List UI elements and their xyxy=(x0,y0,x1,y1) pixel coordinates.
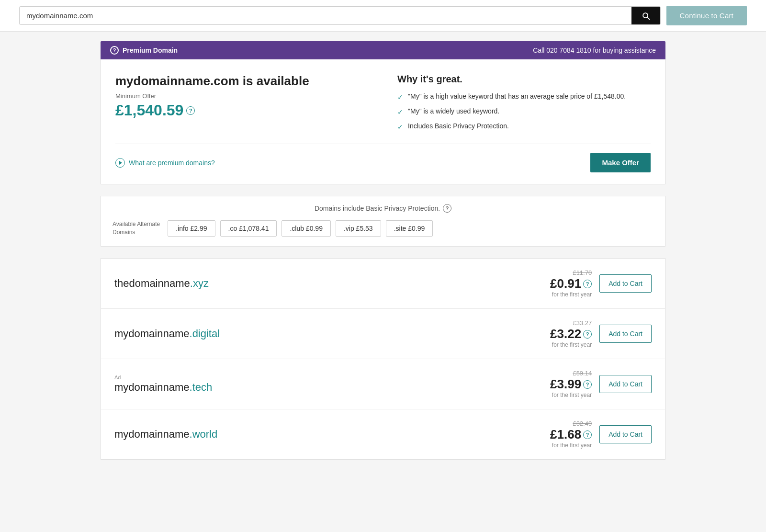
tld-info-button[interactable]: .info £2.99 xyxy=(168,220,215,237)
table-row: mydomainname.digital £33.27 £3.22 ? for … xyxy=(101,309,665,359)
check-icon: ✓ xyxy=(397,107,403,117)
privacy-info-icon[interactable]: ? xyxy=(443,204,451,213)
why-list-item-text: "My" is a widely used keyword. xyxy=(408,106,499,116)
add-to-cart-button[interactable]: Add to Cart xyxy=(599,325,652,343)
premium-banner-title: Premium Domain xyxy=(123,46,178,54)
per-year-text: for the first year xyxy=(550,291,592,298)
per-year-text: for the first year xyxy=(550,341,592,348)
price-info-icon[interactable]: ? xyxy=(583,330,592,339)
domain-name-cell: mydomainname.digital xyxy=(114,328,220,340)
header: Continue to Cart xyxy=(0,0,766,32)
premium-banner: ? Premium Domain Call 020 7084 1810 for … xyxy=(101,41,665,59)
domain-price-area: £59.14 £3.99 ? for the first year Add to… xyxy=(550,370,652,398)
domain-name: mydomainname.tech xyxy=(114,381,212,394)
sale-price: £3.99 ? xyxy=(550,377,592,392)
privacy-notice: Domains include Basic Privacy Protection… xyxy=(113,204,653,213)
domain-tld: .tech xyxy=(190,381,213,393)
minimum-offer-label: Minimum Offer xyxy=(115,92,369,100)
domain-price-area: £33.27 £3.22 ? for the first year Add to… xyxy=(550,319,652,348)
search-input[interactable] xyxy=(20,7,631,24)
original-price: £11.70 xyxy=(550,269,592,276)
premium-icon: ? xyxy=(110,46,119,55)
premium-card-right: Why it's great. ✓ "My" is a high value k… xyxy=(397,74,651,132)
price-block: £59.14 £3.99 ? for the first year xyxy=(550,370,592,398)
check-icon: ✓ xyxy=(397,122,403,132)
domain-name: mydomainname.world xyxy=(114,428,217,441)
add-to-cart-button[interactable]: Add to Cart xyxy=(599,274,652,293)
tld-buttons: .info £2.99 .co £1,078.41 .club £0.99 .v… xyxy=(168,220,433,237)
domain-price-area: £32.49 £1.68 ? for the first year Add to… xyxy=(550,420,652,449)
domain-name: mydomainname.digital xyxy=(114,328,220,340)
domain-base: mydomainname xyxy=(114,328,190,340)
original-price: £32.49 xyxy=(550,420,592,427)
per-year-text: for the first year xyxy=(550,442,592,449)
play-triangle xyxy=(119,161,122,165)
original-price: £33.27 xyxy=(550,319,592,327)
domain-available-title: mydomainname.com is available xyxy=(115,74,369,89)
domain-tld: .digital xyxy=(190,328,220,340)
alternate-row: Available AlternateDomains .info £2.99 .… xyxy=(113,220,653,237)
price-info-icon[interactable]: ? xyxy=(583,430,592,439)
premium-banner-left: ? Premium Domain xyxy=(110,46,178,55)
price-info-icon[interactable]: ? xyxy=(583,280,592,288)
premium-banner-call-text: Call 020 7084 1810 for buying assistance xyxy=(533,46,656,54)
premium-card-left: mydomainname.com is available Minimum Of… xyxy=(115,74,369,132)
main-content: ? Premium Domain Call 020 7084 1810 for … xyxy=(81,32,685,469)
sale-price: £0.91 ? xyxy=(550,276,592,291)
make-offer-button[interactable]: Make Offer xyxy=(590,153,651,172)
sale-price: £1.68 ? xyxy=(550,427,592,442)
why-list: ✓ "My" is a high value keyword that has … xyxy=(397,91,651,132)
search-icon xyxy=(641,11,651,21)
why-list-item: ✓ "My" is a high value keyword that has … xyxy=(397,91,651,102)
ad-label: Ad xyxy=(114,374,212,380)
domain-name-cell: Ad mydomainname.tech xyxy=(114,374,212,394)
why-list-item-text: "My" is a high value keyword that has an… xyxy=(408,91,626,102)
tld-vip-button[interactable]: .vip £5.53 xyxy=(336,220,381,237)
per-year-text: for the first year xyxy=(550,392,592,398)
domain-name-cell: mydomainname.world xyxy=(114,428,217,441)
tld-site-button[interactable]: .site £0.99 xyxy=(386,220,433,237)
why-list-item: ✓ "My" is a widely used keyword. xyxy=(397,106,651,117)
premium-card-content: mydomainname.com is available Minimum Of… xyxy=(115,74,651,132)
original-price: £59.14 xyxy=(550,370,592,377)
privacy-text: Domains include Basic Privacy Protection… xyxy=(315,204,440,212)
alternate-section: Domains include Basic Privacy Protection… xyxy=(101,196,665,247)
domain-name: thedomainname.xyz xyxy=(114,277,209,290)
domain-name-cell: thedomainname.xyz xyxy=(114,277,209,290)
domain-tld: .xyz xyxy=(190,277,209,289)
search-bar xyxy=(19,6,661,25)
why-great-title: Why it's great. xyxy=(397,74,651,85)
price-block: £32.49 £1.68 ? for the first year xyxy=(550,420,592,449)
domain-base: mydomainname xyxy=(114,428,190,440)
continue-to-cart-button[interactable]: Continue to Cart xyxy=(666,6,747,25)
tld-co-button[interactable]: .co £1,078.41 xyxy=(220,220,277,237)
table-row: mydomainname.world £32.49 £1.68 ? for th… xyxy=(101,409,665,459)
premium-price-value: £1,540.59 xyxy=(115,102,183,119)
alternate-domains-label: Available AlternateDomains xyxy=(113,220,160,237)
domain-tld: .world xyxy=(190,428,218,440)
add-to-cart-button[interactable]: Add to Cart xyxy=(599,375,652,393)
price-block: £33.27 £3.22 ? for the first year xyxy=(550,319,592,348)
domain-price-area: £11.70 £0.91 ? for the first year Add to… xyxy=(550,269,652,298)
domain-base: mydomainname xyxy=(114,381,190,393)
why-list-item-text: Includes Basic Privacy Protection. xyxy=(408,121,509,131)
price-block: £11.70 £0.91 ? for the first year xyxy=(550,269,592,298)
domain-list: thedomainname.xyz £11.70 £0.91 ? for the… xyxy=(101,258,665,460)
premium-card: mydomainname.com is available Minimum Of… xyxy=(101,59,665,184)
table-row: Ad mydomainname.tech £59.14 £3.99 ? for … xyxy=(101,359,665,409)
premium-price: £1,540.59 ? xyxy=(115,102,369,119)
premium-price-info-icon[interactable]: ? xyxy=(186,106,195,115)
sale-price: £3.22 ? xyxy=(550,327,592,341)
check-icon: ✓ xyxy=(397,92,403,102)
domain-base: thedomainname xyxy=(114,277,190,289)
what-are-premium-link[interactable]: What are premium domains? xyxy=(115,158,215,168)
premium-card-footer: What are premium domains? Make Offer xyxy=(115,144,651,172)
add-to-cart-button[interactable]: Add to Cart xyxy=(599,425,652,443)
tld-club-button[interactable]: .club £0.99 xyxy=(282,220,331,237)
why-list-item: ✓ Includes Basic Privacy Protection. xyxy=(397,121,651,132)
what-are-premium-text: What are premium domains? xyxy=(129,159,215,167)
table-row: thedomainname.xyz £11.70 £0.91 ? for the… xyxy=(101,259,665,309)
play-icon xyxy=(115,158,125,168)
price-info-icon[interactable]: ? xyxy=(583,380,592,389)
search-button[interactable] xyxy=(631,7,660,24)
